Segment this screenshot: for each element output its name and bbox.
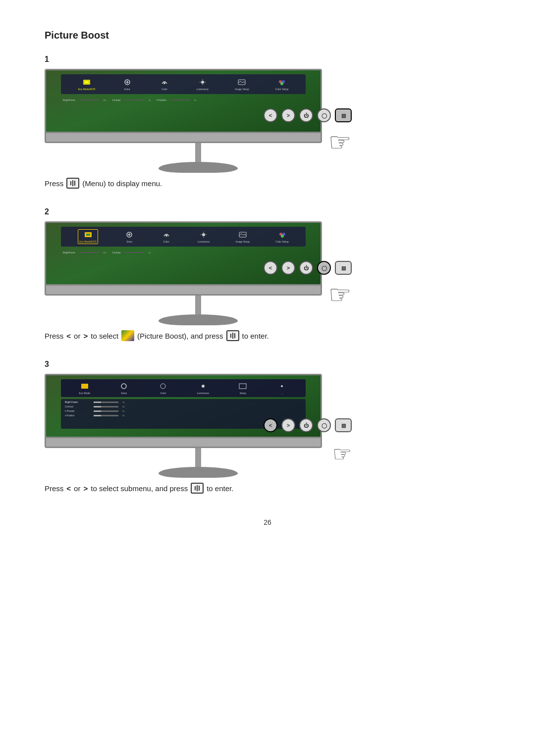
osd-item-eco: Eco Mode/DCR [78, 78, 96, 91]
osd-item-eco-2: Eco Mode/DCR [78, 229, 98, 244]
osd-item-luminance: Luminance [196, 78, 208, 91]
osd-item-color-setup: Color Setup [275, 78, 288, 91]
step-3-number: 3 [45, 360, 490, 369]
left-btn-1[interactable]: < [264, 108, 277, 122]
osd-item-colorsetup-2: Color Setup [275, 230, 288, 243]
osd-item-color-2: Color [161, 230, 172, 243]
submenu-row-contrast: Contrast 50 [65, 405, 302, 408]
step-1-monitor: Eco Mode/DCR Extra Color [45, 69, 352, 173]
osd-sub-bar-2: BrightFrame 100 Contrast 50 [61, 249, 306, 256]
right-btn-3[interactable]: > [281, 418, 295, 432]
svg-point-17 [202, 233, 205, 236]
osd-sub-bar-1: BrightFrame 100 Contrast 50 h.Position 5… [61, 96, 306, 104]
right-btn-2[interactable]: > [281, 261, 295, 275]
osd-item-luminance-2: Luminance [198, 230, 210, 243]
osd-item-extra-2: Extra [124, 230, 135, 243]
osd-item-extra: Extra [122, 78, 133, 91]
step-3-monitor: Eco Mode Extra Color [45, 374, 352, 478]
page-number: 26 [45, 518, 490, 526]
step-2-monitor: Eco Mode/DCR Extra Color [45, 221, 352, 325]
svg-rect-14 [86, 234, 90, 236]
menu-btn-1[interactable]: ▧ [335, 108, 352, 122]
osd-item-extra-3: Extra [118, 382, 129, 395]
menu-btn-3[interactable]: ▧ [335, 418, 352, 432]
picture-boost-icon [121, 330, 134, 341]
svg-point-25 [281, 235, 284, 238]
menu-btn-2[interactable]: ▧ [335, 261, 352, 275]
input-btn-2[interactable]: ◯ [317, 261, 331, 275]
instruction-1: Press (Menu) to display menu. [45, 178, 490, 189]
power-btn-1[interactable]: ⏻ [299, 108, 313, 122]
svg-point-4 [201, 81, 204, 84]
menu-icon-inline-3 [191, 483, 204, 494]
osd-bar-1: Eco Mode/DCR Extra Color [61, 74, 306, 94]
svg-point-28 [160, 384, 165, 389]
input-btn-1[interactable]: ◯ [317, 108, 331, 122]
svg-point-27 [121, 384, 126, 389]
monitor-stand-base-3 [159, 467, 238, 478]
btn-row-2: < > ⏻ ◯ ▧ [264, 261, 352, 275]
monitor-stand-base-2 [159, 314, 238, 325]
instruction-2: Press < or > to select (Picture Boost), … [45, 330, 490, 341]
hand-pointer-2: ☞ [328, 280, 352, 309]
power-btn-2[interactable]: ⏻ [299, 261, 313, 275]
step-3-section: 3 Eco Mode Extra [45, 360, 490, 494]
hand-pointer-1: ☞ [328, 127, 352, 157]
instruction-3: Press < or > to select submenu, and pres… [45, 483, 490, 494]
hand-pointer-3: ☞ [332, 441, 352, 466]
monitor-stand-base-1 [159, 162, 238, 173]
left-btn-3[interactable]: < [264, 418, 277, 432]
submenu-row-bright: Bright Frame 50 [65, 401, 302, 403]
svg-rect-26 [81, 384, 88, 389]
submenu-row-hpos: h.Position 50 [65, 410, 302, 412]
submenu-row-vpos: v.Position 50 [65, 414, 302, 417]
osd-item-eco-3: Eco Mode [79, 382, 91, 395]
osd-item-image-setup: Image Setup [235, 78, 249, 91]
monitor-stand-neck-3 [195, 448, 201, 467]
osd-item-luminance-3: Luminance [197, 382, 209, 395]
menu-icon-inline-2 [226, 330, 239, 341]
input-btn-3[interactable]: ◯ [317, 418, 331, 432]
svg-point-29 [202, 385, 205, 388]
osd-bar-3: Eco Mode Extra Color [61, 379, 306, 397]
osd-dot-3: ... [276, 382, 287, 395]
controls-1: < > ⏻ ◯ ▧ ☞ [264, 108, 352, 157]
step-1-number: 1 [45, 55, 490, 64]
osd-item-color-3: Color [158, 382, 168, 395]
step-2-section: 2 Eco Mode/DCR Ext [45, 207, 490, 341]
svg-point-16 [165, 235, 167, 237]
osd-item-color: Color [159, 78, 170, 91]
svg-rect-1 [85, 81, 89, 83]
monitor-stand-neck-1 [195, 143, 201, 162]
btn-row-3: < > ⏻ ◯ ▧ [264, 418, 352, 432]
osd-bar-2: Eco Mode/DCR Extra Color [61, 227, 306, 247]
svg-rect-30 [239, 384, 246, 389]
menu-icon-inline-1 [66, 178, 79, 189]
power-btn-3[interactable]: ⏻ [299, 418, 313, 432]
page-title: Picture Boost [45, 30, 490, 41]
osd-item-image-2: Image Setup [236, 230, 250, 243]
right-btn-1[interactable]: > [281, 108, 295, 122]
step-2-number: 2 [45, 207, 490, 216]
svg-point-12 [280, 82, 283, 85]
controls-3: < > ⏻ ◯ ▧ ☞ [264, 418, 352, 466]
left-btn-2[interactable]: < [264, 261, 277, 275]
svg-point-31 [281, 385, 283, 387]
svg-point-3 [163, 82, 165, 84]
btn-row-1: < > ⏻ ◯ ▧ [264, 108, 352, 122]
monitor-stand-neck-2 [195, 296, 201, 314]
osd-item-image-3: Setup [237, 382, 248, 395]
controls-2: < > ⏻ ◯ ▧ ☞ [264, 261, 352, 309]
step-1-section: 1 Eco Mode/DCR [45, 55, 490, 189]
